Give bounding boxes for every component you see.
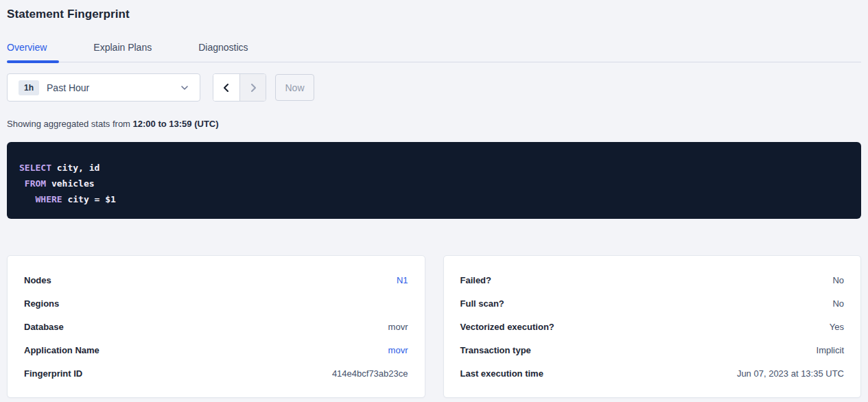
table-row: Application Name movr: [24, 338, 408, 362]
table-row: Regions: [24, 292, 408, 315]
summary-cards: Nodes N1 Regions Database movr Applicati…: [7, 255, 861, 398]
nodes-value-link[interactable]: N1: [397, 275, 408, 285]
sql-line: SELECT city, id: [19, 160, 849, 176]
sql-keyword: WHERE: [35, 194, 62, 204]
table-row: Failed? No: [460, 268, 845, 292]
time-range-label: Past Hour: [47, 82, 180, 93]
chevron-right-icon: [248, 83, 258, 93]
last-execution-time-value: Jun 07, 2023 at 13:35 UTC: [737, 368, 844, 379]
sql-indent: [19, 178, 25, 189]
full-scan-value: No: [832, 298, 844, 309]
table-row: Database movr: [24, 315, 408, 338]
chevron-left-icon: [222, 83, 231, 93]
sql-statement-box: SELECT city, id FROM vehicles WHERE city…: [7, 142, 861, 219]
time-toolbar: 1h Past Hour Now: [7, 73, 861, 102]
sql-text: city, id: [51, 163, 99, 173]
previous-time-button[interactable]: [213, 74, 239, 101]
row-label-fingerprint-id: Fingerprint ID: [24, 368, 82, 379]
table-row: Nodes N1: [24, 268, 408, 292]
next-time-button[interactable]: [239, 74, 266, 101]
now-button[interactable]: Now: [275, 74, 314, 101]
sql-text: city = $1: [62, 194, 116, 204]
page-title: Statement Fingerprint: [7, 0, 861, 21]
tab-diagnostics[interactable]: Diagnostics: [192, 38, 254, 62]
tab-overview[interactable]: Overview: [7, 38, 53, 62]
row-label-database: Database: [24, 322, 64, 332]
row-label-full-scan: Full scan?: [460, 298, 504, 309]
application-name-value-link[interactable]: movr: [388, 345, 408, 355]
row-label-vectorized-execution: Vectorized execution?: [460, 322, 554, 332]
table-row: Last execution time Jun 07, 2023 at 13:3…: [460, 362, 845, 385]
row-label-transaction-type: Transaction type: [460, 345, 531, 355]
sql-keyword: SELECT: [19, 163, 51, 173]
sql-indent: [19, 194, 35, 204]
time-step-buttons: [213, 73, 266, 102]
table-row: Transaction type Implicit: [460, 338, 845, 362]
row-label-failed: Failed?: [460, 275, 492, 285]
table-row: Vectorized execution? Yes: [460, 315, 845, 338]
database-value: movr: [388, 322, 408, 332]
transaction-type-value: Implicit: [817, 345, 844, 355]
sql-line: FROM vehicles: [19, 176, 849, 191]
tab-bar: Overview Explain Plans Diagnostics: [7, 38, 861, 62]
sql-text: vehicles: [46, 178, 94, 189]
statement-details-card: Nodes N1 Regions Database movr Applicati…: [7, 255, 425, 398]
time-range-badge: 1h: [19, 80, 39, 95]
table-row: Fingerprint ID 414e4bcf73ab23ce: [24, 362, 408, 385]
vectorized-execution-value: Yes: [830, 322, 844, 332]
chevron-down-icon: [180, 84, 189, 92]
time-range-dropdown[interactable]: 1h Past Hour: [7, 73, 200, 102]
execution-attributes-card: Failed? No Full scan? No Vectorized exec…: [443, 255, 862, 398]
sql-keyword: FROM: [25, 178, 46, 189]
stats-prefix: Showing aggregated stats from: [7, 119, 133, 129]
aggregated-stats-line: Showing aggregated stats from 12:00 to 1…: [7, 119, 861, 129]
table-row: Full scan? No: [460, 292, 845, 315]
row-label-last-execution-time: Last execution time: [460, 368, 543, 379]
row-label-nodes: Nodes: [24, 275, 51, 285]
stats-time-range: 12:00 to 13:59 (UTC): [133, 119, 219, 129]
row-label-regions: Regions: [24, 298, 59, 309]
row-label-application-name: Application Name: [24, 345, 99, 355]
tab-explain-plans[interactable]: Explain Plans: [87, 38, 158, 62]
statement-fingerprint-page: Statement Fingerprint Overview Explain P…: [0, 0, 868, 398]
sql-line: WHERE city = $1: [19, 191, 849, 207]
fingerprint-id-value: 414e4bcf73ab23ce: [332, 368, 408, 379]
failed-value: No: [832, 275, 844, 285]
